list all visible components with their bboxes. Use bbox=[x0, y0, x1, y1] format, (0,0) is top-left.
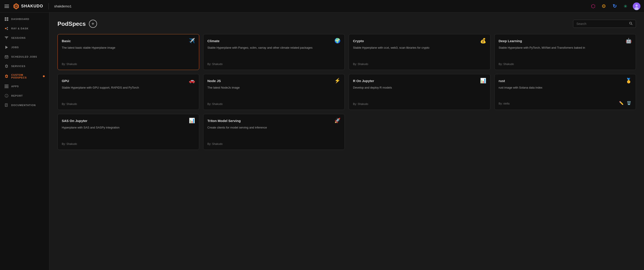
sidebar-item-dashboard[interactable]: DASHBOARD bbox=[0, 14, 49, 24]
card-desc-rust: rust image with Solana data index bbox=[499, 85, 632, 98]
pod-card-r-on-jupyter[interactable]: R On Jupyter 📊 Develop and deploy R mode… bbox=[349, 74, 490, 110]
services-icon bbox=[4, 64, 8, 68]
sidebar-item-label-apps: APPS bbox=[11, 85, 19, 88]
card-emoji-sas-on-jupyter: 📊 bbox=[189, 118, 195, 123]
graphql-icon[interactable]: ⬡ bbox=[590, 3, 596, 10]
main-content: PodSpecs + Basic ✈️ The latest basic sta… bbox=[50, 12, 644, 270]
svg-rect-23 bbox=[6, 84, 7, 85]
pod-card-node-js[interactable]: Node JS ⚡ The latest NodeJs image By: Sh… bbox=[203, 74, 345, 110]
card-emoji-rust: 🥇 bbox=[626, 78, 632, 83]
page-header: PodSpecs + bbox=[58, 20, 636, 28]
pod-card-sas-on-jupyter[interactable]: SAS On Jupyter 📊 Hyperplane with SAS and… bbox=[58, 114, 199, 150]
card-footer-deep-learning: By: Shakudo bbox=[499, 62, 632, 66]
svg-point-10 bbox=[5, 28, 6, 29]
sidebar-item-report[interactable]: i REPORT bbox=[0, 91, 49, 100]
sidebar-item-apps[interactable]: APPS bbox=[0, 82, 49, 91]
sidebar-item-documentation[interactable]: DOCUMENTATION bbox=[0, 100, 49, 110]
card-by-basic: By: Shakudo bbox=[62, 62, 77, 66]
ray-dask-icon bbox=[4, 26, 8, 30]
jobs-icon bbox=[4, 45, 8, 49]
card-grid: Basic ✈️ The latest basic stable Hyperpl… bbox=[58, 34, 636, 150]
custom-podspecs-icon bbox=[4, 74, 8, 78]
card-footer-climate: By: Shakudo bbox=[208, 62, 341, 66]
sidebar-item-label-custom-podspecs: CUSTOM PODSPECS bbox=[11, 73, 39, 79]
svg-rect-15 bbox=[5, 36, 8, 37]
pod-card-climate[interactable]: Climate 🌍 Stable Hyperplane with Pangeo,… bbox=[203, 34, 345, 70]
card-header-crypto: Crypto 💰 bbox=[353, 38, 486, 43]
pinwheel-icon[interactable]: ✳ bbox=[622, 3, 629, 10]
logo-area: SHAKUDO bbox=[12, 3, 43, 10]
settings-cog-icon[interactable]: ⚙ bbox=[600, 3, 607, 10]
card-name-r-on-jupyter: R On Jupyter bbox=[353, 79, 374, 83]
svg-point-11 bbox=[7, 27, 8, 28]
report-icon: i bbox=[4, 94, 8, 98]
svg-marker-16 bbox=[6, 46, 8, 49]
card-by-crypto: By: Shakudo bbox=[353, 62, 368, 66]
svg-rect-26 bbox=[6, 86, 7, 87]
topbar-right: ⬡ ⚙ ↻ ✳ bbox=[590, 2, 640, 10]
delete-card-rust-button[interactable]: 🗑️ bbox=[626, 100, 632, 106]
card-emoji-node-js: ⚡ bbox=[334, 78, 340, 83]
topbar-divider bbox=[48, 3, 49, 9]
user-avatar[interactable] bbox=[633, 2, 640, 10]
svg-rect-29 bbox=[6, 87, 7, 88]
svg-rect-25 bbox=[5, 86, 6, 87]
card-name-climate: Climate bbox=[208, 39, 220, 43]
sidebar-item-scheduled-jobs[interactable]: SCHEDULED JOBS bbox=[0, 52, 49, 61]
card-header-node-js: Node JS ⚡ bbox=[208, 78, 341, 83]
sidebar-item-ray-dask[interactable]: RAY & DASK bbox=[0, 24, 49, 33]
card-emoji-crypto: 💰 bbox=[480, 38, 486, 43]
sidebar-item-custom-podspecs[interactable]: CUSTOM PODSPECS bbox=[0, 71, 49, 82]
card-header-triton-model-serving: Triton Model Serving 🚀 bbox=[208, 118, 341, 123]
card-desc-gpu: Stable Hyperplane with GPU support, RAPI… bbox=[62, 85, 195, 99]
card-emoji-gpu: 🚗 bbox=[189, 78, 195, 83]
svg-point-4 bbox=[636, 4, 638, 7]
card-name-basic: Basic bbox=[62, 39, 71, 43]
pod-card-crypto[interactable]: Crypto 💰 Stable Hyperplane with ccxt, we… bbox=[349, 34, 490, 70]
card-by-gpu: By: Shakudo bbox=[62, 102, 77, 106]
pod-card-basic[interactable]: Basic ✈️ The latest basic stable Hyperpl… bbox=[58, 34, 199, 70]
card-emoji-climate: 🌍 bbox=[334, 38, 340, 43]
topbar: SHAKUDO shakdemo1 ⬡ ⚙ ↻ ✳ bbox=[0, 0, 644, 12]
pod-card-deep-learning[interactable]: Deep Learning 🤖 Stable Hyperplane with P… bbox=[494, 34, 636, 70]
card-name-deep-learning: Deep Learning bbox=[499, 39, 522, 43]
pod-card-triton-model-serving[interactable]: Triton Model Serving 🚀 Create clients fo… bbox=[203, 114, 345, 150]
menu-icon[interactable] bbox=[4, 4, 10, 9]
card-name-node-js: Node JS bbox=[208, 79, 221, 83]
sidebar-item-label-ray-dask: RAY & DASK bbox=[11, 27, 28, 30]
card-desc-r-on-jupyter: Develop and deploy R models bbox=[353, 85, 486, 99]
card-name-triton-model-serving: Triton Model Serving bbox=[208, 119, 241, 123]
search-input[interactable] bbox=[576, 22, 628, 25]
sidebar-item-services[interactable]: SERVICES bbox=[0, 61, 49, 71]
svg-rect-8 bbox=[5, 19, 6, 21]
workspace-name: shakdemo1 bbox=[54, 4, 72, 8]
card-header-r-on-jupyter: R On Jupyter 📊 bbox=[353, 78, 486, 83]
card-desc-deep-learning: Stable Hyperplane with PyTorch, MXNet an… bbox=[499, 45, 632, 59]
sessions-icon bbox=[4, 36, 8, 40]
card-actions-rust: ✏️ 🗑️ bbox=[619, 100, 632, 106]
sync-icon[interactable]: ↻ bbox=[611, 3, 618, 10]
card-footer-sas-on-jupyter: By: Shakudo bbox=[62, 142, 195, 146]
card-emoji-triton-model-serving: 🚀 bbox=[334, 118, 340, 123]
svg-line-38 bbox=[632, 24, 632, 25]
card-header-climate: Climate 🌍 bbox=[208, 38, 341, 43]
card-name-gpu: GPU bbox=[62, 79, 69, 83]
apps-icon bbox=[4, 84, 8, 88]
card-header-gpu: GPU 🚗 bbox=[62, 78, 195, 83]
custom-podspecs-badge bbox=[43, 75, 45, 77]
svg-rect-24 bbox=[8, 84, 8, 85]
sidebar-item-label-dashboard: DASHBOARD bbox=[11, 18, 30, 20]
sidebar-item-label-sessions: SESSIONS bbox=[11, 36, 26, 39]
card-emoji-r-on-jupyter: 📊 bbox=[480, 78, 486, 83]
card-by-climate: By: Shakudo bbox=[208, 62, 223, 66]
edit-card-rust-button[interactable]: ✏️ bbox=[619, 100, 624, 106]
pod-card-gpu[interactable]: GPU 🚗 Stable Hyperplane with GPU support… bbox=[58, 74, 199, 110]
card-by-deep-learning: By: Shakudo bbox=[499, 62, 514, 66]
sidebar-item-jobs[interactable]: JOBS bbox=[0, 43, 49, 52]
card-footer-node-js: By: Shakudo bbox=[208, 102, 341, 106]
card-desc-node-js: The latest NodeJs image bbox=[208, 85, 341, 99]
sidebar-item-sessions[interactable]: SESSIONS bbox=[0, 33, 49, 43]
pod-card-rust[interactable]: rust 🥇 rust image with Solana data index… bbox=[494, 74, 636, 110]
svg-line-13 bbox=[6, 27, 7, 28]
add-podspec-button[interactable]: + bbox=[89, 20, 97, 28]
